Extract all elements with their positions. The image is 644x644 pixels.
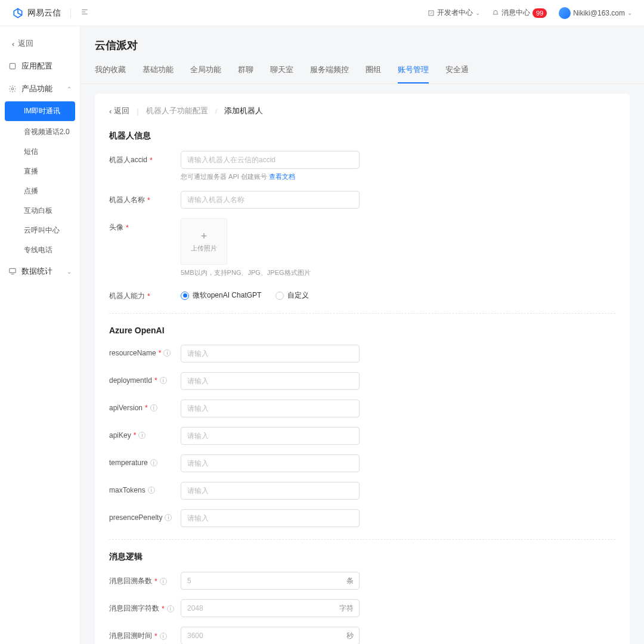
section-title-azure: Azure OpenAI <box>109 326 615 335</box>
apikey-label: apiKey <box>109 431 131 439</box>
tabs: 我的收藏 基础功能 全局功能 群聊 聊天室 服务端频控 圈组 账号管理 安全通 <box>80 60 644 84</box>
backlog-time-suffix: 秒 <box>346 631 354 641</box>
sidebar-item-callcenter[interactable]: 云呼叫中心 <box>0 221 80 240</box>
info-icon[interactable]: i <box>138 432 145 439</box>
collapse-sidebar-icon[interactable] <box>80 8 89 18</box>
sidebar-item-vod[interactable]: 点播 <box>0 181 80 201</box>
sidebar-group-data-stats[interactable]: 数据统计 ⌄ <box>0 260 80 283</box>
tab-chatroom[interactable]: 聊天室 <box>270 60 293 83</box>
backlog-chars-input[interactable] <box>181 599 360 617</box>
deploymentid-label: deploymentId <box>109 376 152 385</box>
main-content: 云信派对 我的收藏 基础功能 全局功能 群聊 聊天室 服务端频控 圈组 账号管理… <box>80 26 644 644</box>
chevron-left-icon: ‹ <box>109 107 112 116</box>
backlog-count-suffix: 条 <box>346 576 354 586</box>
message-badge: 99 <box>532 8 547 18</box>
tab-account[interactable]: 账号管理 <box>398 60 429 83</box>
maxtokens-input[interactable] <box>181 482 360 500</box>
presencepenelty-label: presencePenelty <box>109 513 162 522</box>
info-icon[interactable]: i <box>160 377 167 384</box>
brand-logo-icon <box>12 7 24 19</box>
info-icon[interactable]: i <box>150 404 157 411</box>
chevron-left-icon: ‹ <box>12 39 14 48</box>
svg-rect-3 <box>10 268 16 273</box>
brand-logo[interactable]: 网易云信 <box>12 7 61 19</box>
chevron-down-icon: ⌄ <box>627 10 632 16</box>
info-icon[interactable]: i <box>163 349 171 357</box>
sidebar-item-live[interactable]: 直播 <box>0 162 80 181</box>
backlog-chars-suffix: 字符 <box>339 603 354 614</box>
info-icon[interactable]: i <box>165 514 172 521</box>
brand-name: 网易云信 <box>27 8 61 18</box>
backlog-chars-label: 消息回溯字符数 <box>109 603 159 614</box>
sidebar-item-whiteboard[interactable]: 互动白板 <box>0 201 80 221</box>
info-icon[interactable]: i <box>148 487 155 494</box>
presencepenelty-input[interactable] <box>181 509 360 527</box>
header-divider <box>70 8 71 18</box>
page-title: 云信派对 <box>80 26 644 60</box>
ability-label: 机器人能力 <box>109 291 145 301</box>
section-divider <box>109 313 615 314</box>
sidebar-item-im[interactable]: IM即时通讯 <box>5 101 75 121</box>
sidebar-item-sms[interactable]: 短信 <box>0 142 80 162</box>
avatar <box>559 7 571 19</box>
ability-radio-openai[interactable]: 微软openAI ChatGPT <box>181 290 261 301</box>
tab-group[interactable]: 群聊 <box>238 60 253 83</box>
sidebar-back[interactable]: ‹ 返回 <box>0 32 80 55</box>
avatar-label: 头像 <box>109 222 123 233</box>
breadcrumb-back[interactable]: ‹返回 <box>109 106 129 116</box>
info-icon[interactable]: i <box>150 459 157 466</box>
monitor-icon <box>8 267 17 275</box>
name-input[interactable] <box>181 191 360 209</box>
sidebar-item-phone[interactable]: 专线电话 <box>0 240 80 260</box>
info-icon[interactable]: i <box>160 578 167 585</box>
accid-input[interactable] <box>181 151 360 169</box>
user-menu[interactable]: Nikiki@163.com ⌄ <box>559 7 632 19</box>
ability-radio-custom[interactable]: 自定义 <box>275 290 309 301</box>
breadcrumb-current: 添加机器人 <box>224 106 263 116</box>
backlog-time-label: 消息回溯时间 <box>109 631 152 641</box>
breadcrumb-mid[interactable]: 机器人子功能配置 <box>146 106 208 116</box>
resourcename-input[interactable] <box>181 345 360 363</box>
tab-favorites[interactable]: 我的收藏 <box>95 60 126 83</box>
chevron-down-icon: ⌄ <box>67 268 72 275</box>
info-icon[interactable]: i <box>167 605 174 612</box>
bell-icon <box>492 10 499 17</box>
apiversion-input[interactable] <box>181 400 360 417</box>
temperature-label: temperature <box>109 459 148 467</box>
chevron-down-icon: ⌄ <box>475 10 480 16</box>
tab-safe[interactable]: 安全通 <box>445 60 469 83</box>
info-icon[interactable]: i <box>160 633 167 640</box>
gear-icon <box>8 85 17 93</box>
svg-rect-1 <box>10 63 15 69</box>
radio-icon <box>275 292 284 300</box>
tab-basic[interactable]: 基础功能 <box>143 60 174 83</box>
dev-center-link[interactable]: 开发者中心 ⌄ <box>428 8 480 18</box>
external-link-icon <box>428 10 435 17</box>
sidebar-item-av[interactable]: 音视频通话2.0 <box>0 122 80 142</box>
backlog-count-label: 消息回溯条数 <box>109 576 152 586</box>
apikey-input[interactable] <box>181 427 360 445</box>
form-card: ‹返回 | 机器人子功能配置 / 添加机器人 机器人信息 机器人accid * … <box>95 94 630 644</box>
app-icon <box>8 62 17 70</box>
backlog-count-input[interactable] <box>181 572 360 590</box>
message-center-link[interactable]: 消息中心 99 <box>492 8 547 18</box>
chevron-up-icon: ⌃ <box>67 86 72 92</box>
plus-icon: + <box>201 231 208 242</box>
tab-serverfreq[interactable]: 服务端频控 <box>310 60 349 83</box>
backlog-time-input[interactable] <box>181 627 360 644</box>
section-title-info: 机器人信息 <box>109 131 615 141</box>
sidebar-group-product-features[interactable]: 产品功能 ⌃ <box>0 78 80 100</box>
section-title-msg: 消息逻辑 <box>109 552 615 562</box>
avatar-help: 5MB以内，支持PNG、JPG、JPEG格式图片 <box>181 268 360 277</box>
sidebar: ‹ 返回 应用配置 产品功能 ⌃ IM即时通讯 音视频通话2.0 短信 直播 点… <box>0 26 80 644</box>
section-divider <box>109 539 615 540</box>
tab-global[interactable]: 全局功能 <box>190 60 221 83</box>
sidebar-group-app-config[interactable]: 应用配置 <box>0 55 80 78</box>
deploymentid-input[interactable] <box>181 372 360 390</box>
resourcename-label: resourceName <box>109 349 156 357</box>
temperature-input[interactable] <box>181 454 360 472</box>
tab-circle[interactable]: 圈组 <box>366 60 381 83</box>
apiversion-label: apiVersion <box>109 404 143 412</box>
avatar-upload[interactable]: + 上传照片 <box>181 218 227 265</box>
accid-doc-link[interactable]: 查看文档 <box>269 173 295 180</box>
